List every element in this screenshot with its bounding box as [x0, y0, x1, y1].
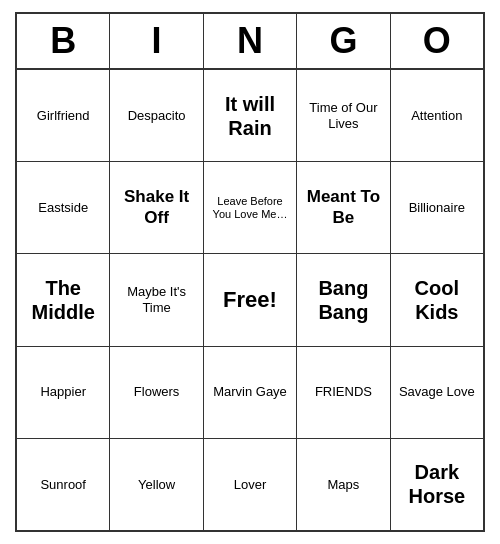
bingo-cell: Meant To Be — [297, 162, 390, 253]
bingo-cell: Maybe It's Time — [110, 254, 203, 345]
bingo-cell: It will Rain — [204, 70, 297, 161]
header-letter: G — [297, 14, 390, 68]
bingo-cell: Yellow — [110, 439, 203, 530]
bingo-cell: Maps — [297, 439, 390, 530]
bingo-body: GirlfriendDespacitoIt will RainTime of O… — [17, 70, 483, 530]
header-letter: B — [17, 14, 110, 68]
bingo-cell: FRIENDS — [297, 347, 390, 438]
bingo-cell: Flowers — [110, 347, 203, 438]
bingo-cell: Eastside — [17, 162, 110, 253]
header-letter: I — [110, 14, 203, 68]
bingo-cell: Leave Before You Love Me… — [204, 162, 297, 253]
bingo-cell: Despacito — [110, 70, 203, 161]
bingo-cell: Dark Horse — [391, 439, 483, 530]
bingo-cell: Sunroof — [17, 439, 110, 530]
bingo-cell: Savage Love — [391, 347, 483, 438]
bingo-cell: Happier — [17, 347, 110, 438]
bingo-row: HappierFlowersMarvin GayeFRIENDSSavage L… — [17, 347, 483, 439]
bingo-cell: Shake It Off — [110, 162, 203, 253]
header-letter: N — [204, 14, 297, 68]
bingo-row: SunroofYellowLoverMapsDark Horse — [17, 439, 483, 530]
bingo-row: GirlfriendDespacitoIt will RainTime of O… — [17, 70, 483, 162]
bingo-cell: Girlfriend — [17, 70, 110, 161]
bingo-cell: Time of Our Lives — [297, 70, 390, 161]
bingo-cell: Free! — [204, 254, 297, 345]
bingo-header: BINGO — [17, 14, 483, 70]
bingo-cell: Marvin Gaye — [204, 347, 297, 438]
bingo-card: BINGO GirlfriendDespacitoIt will RainTim… — [15, 12, 485, 532]
bingo-cell: Attention — [391, 70, 483, 161]
bingo-row: EastsideShake It OffLeave Before You Lov… — [17, 162, 483, 254]
bingo-row: The MiddleMaybe It's TimeFree!Bang BangC… — [17, 254, 483, 346]
bingo-cell: Bang Bang — [297, 254, 390, 345]
bingo-cell: The Middle — [17, 254, 110, 345]
bingo-cell: Billionaire — [391, 162, 483, 253]
header-letter: O — [391, 14, 483, 68]
bingo-cell: Cool Kids — [391, 254, 483, 345]
bingo-cell: Lover — [204, 439, 297, 530]
